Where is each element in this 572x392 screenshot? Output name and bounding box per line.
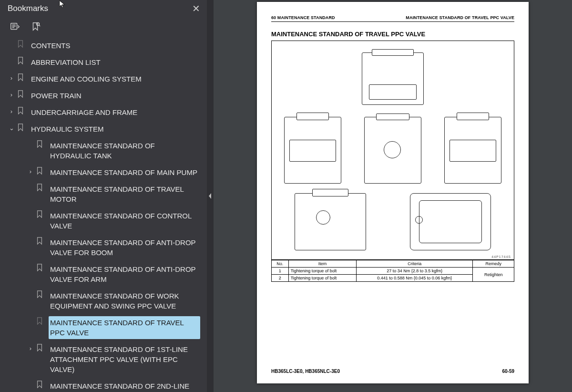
bookmark-item[interactable]: MAINTENANCE STANDARD OF CONTROL VALVE (0, 207, 202, 234)
svg-line-5 (39, 25, 41, 27)
bookmark-label: MAINTENANCE STANDARD OF TRAVEL PPC VALVE (49, 316, 200, 339)
bookmark-icon (17, 56, 27, 67)
page-title: MAINTENANCE STANDARD OF TRAVEL PPC VALVE (271, 31, 514, 38)
page-header-right: MAINTENANCE STANDARD OF TRAVEL PPC VALVE (406, 15, 514, 20)
bookmark-label: MAINTENANCE STANDARD OF MAIN PUMP (49, 166, 200, 179)
bookmark-options-icon[interactable] (9, 21, 21, 32)
valve-view-front-1 (364, 117, 421, 184)
bookmark-label: MAINTENANCE STANDARD OF WORK EQUIPMENT A… (49, 289, 200, 312)
bookmark-item[interactable]: ›MAINTENANCE STANDARD OF 1ST-LINE ATTACH… (0, 341, 202, 378)
bookmark-icon (36, 236, 46, 247)
bookmark-icon (17, 72, 27, 83)
document-viewport[interactable]: 60 MAINTENANCE STANDARD MAINTENANCE STAN… (214, 0, 572, 392)
footer-model: HB365LC-3E0, HB365NLC-3E0 (271, 369, 340, 374)
bookmark-item[interactable]: MAINTENANCE STANDARD OF TRAVEL PPC VALVE (0, 314, 202, 341)
bookmark-item[interactable]: ›POWER TRAIN (0, 87, 202, 104)
valve-view-front-2 (295, 193, 366, 250)
col-remedy: Remedy (473, 260, 514, 268)
col-criteria: Criteria (357, 260, 473, 268)
bookmark-label: MAINTENANCE STANDARD OF 1ST-LINE ATTACHM… (49, 343, 200, 376)
valve-view-bottom (410, 193, 491, 250)
bookmark-item[interactable]: MAINTENANCE STANDARD OF 2ND-LINE ATTACHM… (0, 378, 202, 392)
find-bookmark-icon[interactable] (30, 21, 42, 32)
bookmark-item[interactable]: MAINTENANCE STANDARD OF WORK EQUIPMENT A… (0, 288, 202, 314)
footer-page-number: 60-59 (502, 369, 514, 374)
bookmark-label: MAINTENANCE STANDARD OF 2ND-LINE ATTACHM… (49, 380, 200, 392)
close-icon[interactable]: ✕ (192, 3, 200, 14)
bookmark-label: CONTENTS (30, 39, 200, 52)
bookmark-item[interactable]: ›ENGINE AND COOLING SYSTEM (0, 71, 202, 87)
bookmark-icon (36, 343, 46, 354)
chevron-right-icon[interactable]: › (6, 106, 17, 116)
diagram-code: 44P1744S (491, 255, 511, 258)
col-item: Item (288, 260, 357, 268)
bookmark-icon (17, 106, 27, 117)
bookmark-item[interactable]: CONTENTS (0, 37, 202, 54)
bookmark-item[interactable]: MAINTENANCE STANDARD OF HYDRAULIC TANK (0, 137, 202, 164)
sidebar-collapse-handle[interactable] (207, 0, 214, 392)
bookmark-item[interactable]: MAINTENANCE STANDARD OF ANTI-DROP VALVE … (0, 261, 202, 288)
remedy-cell: Retighten (473, 268, 514, 282)
bookmark-tree: CONTENTSABBREVIATION LIST›ENGINE AND COO… (0, 37, 207, 392)
chevron-right-icon[interactable]: › (25, 166, 36, 176)
page-footer: HB365LC-3E0, HB365NLC-3E0 60-59 (271, 369, 514, 374)
valve-view-top (362, 52, 424, 105)
bookmarks-panel: Bookmarks ✕ CONTENTSABBREVIATION LIST›EN… (0, 0, 207, 392)
valve-view-side-1 (284, 117, 341, 184)
bookmarks-header: Bookmarks ✕ (0, 0, 207, 18)
bookmark-item[interactable]: MAINTENANCE STANDARD OF ANTI-DROP VALVE … (0, 234, 202, 261)
bookmark-icon (36, 209, 46, 220)
bookmark-label: MAINTENANCE STANDARD OF ANTI-DROP VALVE … (49, 263, 200, 286)
bookmark-icon (17, 123, 27, 134)
bookmark-label: ABBREVIATION LIST (30, 56, 200, 69)
bookmark-item[interactable]: ABBREVIATION LIST (0, 54, 202, 71)
bookmark-icon (36, 166, 46, 177)
bookmark-icon (36, 380, 46, 391)
table-header-row: No. Item Criteria Remedy (272, 260, 514, 268)
bookmark-icon (36, 263, 46, 274)
chevron-right-icon[interactable]: › (25, 343, 36, 353)
bookmark-scroll[interactable]: CONTENTSABBREVIATION LIST›ENGINE AND COO… (0, 37, 204, 392)
bookmark-icon (17, 89, 27, 100)
technical-diagram: z ► 44P1744S (271, 41, 514, 260)
bookmark-label: POWER TRAIN (30, 89, 200, 102)
bookmark-icon (36, 139, 46, 150)
chevron-down-icon[interactable]: ⌄ (6, 123, 17, 133)
bookmark-label: ENGINE AND COOLING SYSTEM (30, 72, 200, 85)
bookmark-label: MAINTENANCE STANDARD OF HYDRAULIC TANK (49, 139, 200, 162)
bookmark-item[interactable]: ⌄HYDRAULIC SYSTEM (0, 121, 202, 137)
bookmark-icon (36, 183, 46, 194)
bookmark-label: MAINTENANCE STANDARD OF CONTROL VALVE (49, 209, 200, 232)
bookmark-icon (17, 39, 27, 50)
spec-table: No. Item Criteria Remedy 1 Tightening to… (271, 260, 514, 282)
chevron-right-icon[interactable]: › (6, 72, 17, 83)
col-no: No. (272, 260, 289, 268)
bookmark-item[interactable]: MAINTENANCE STANDARD OF TRAVEL MOTOR (0, 181, 202, 207)
bookmarks-toolbar (0, 18, 207, 37)
bookmark-icon (36, 316, 46, 327)
bookmark-item[interactable]: ›MAINTENANCE STANDARD OF MAIN PUMP (0, 164, 202, 181)
table-row: 1 Tightening torque of bolt 27 to 34 Nm … (272, 268, 514, 275)
header-rule (271, 21, 514, 22)
bookmarks-title: Bookmarks (8, 4, 48, 13)
chevron-right-icon[interactable]: › (6, 89, 17, 99)
bookmark-icon (36, 289, 46, 300)
bookmark-item[interactable]: ›UNDERCARRIAGE AND FRAME (0, 104, 202, 121)
page-header: 60 MAINTENANCE STANDARD MAINTENANCE STAN… (271, 15, 514, 20)
bookmark-label: MAINTENANCE STANDARD OF ANTI-DROP VALVE … (49, 236, 200, 259)
bookmark-label: HYDRAULIC SYSTEM (30, 123, 200, 135)
page-header-left: 60 MAINTENANCE STANDARD (271, 15, 335, 20)
bookmark-label: UNDERCARRIAGE AND FRAME (30, 106, 200, 119)
pdf-page: 60 MAINTENANCE STANDARD MAINTENANCE STAN… (257, 2, 529, 383)
bookmark-label: MAINTENANCE STANDARD OF TRAVEL MOTOR (49, 183, 200, 206)
valve-view-side-2 (444, 117, 501, 184)
